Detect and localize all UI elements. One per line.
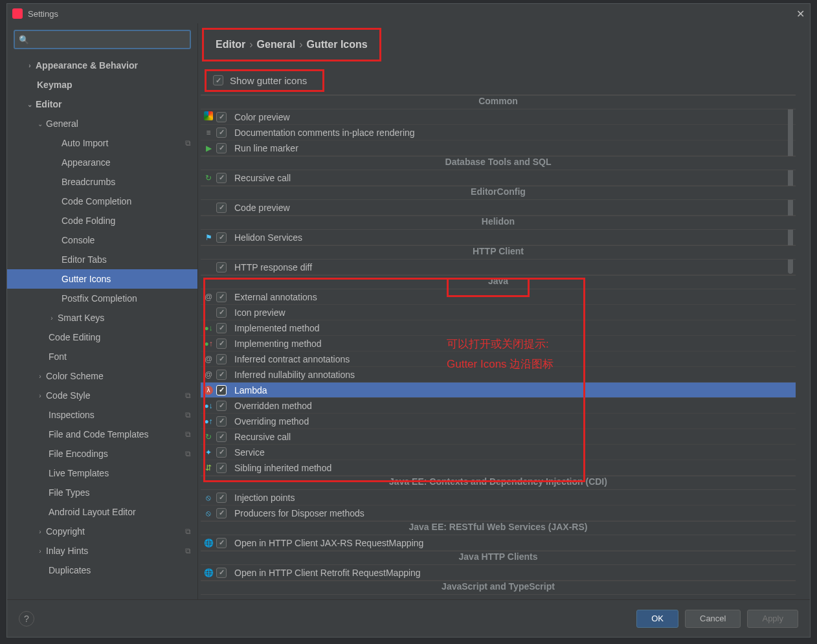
tree-item[interactable]: ⌄Editor [7,94,197,114]
gutter-icon-row[interactable]: ✦Service [201,445,796,460]
gutter-icon-row[interactable]: ⇵Sibling inherited method [201,460,796,476]
tree-item[interactable]: File Types [7,483,197,502]
row-checkbox[interactable] [216,112,227,122]
tree-item[interactable]: Font [7,347,197,366]
gutter-icon-row[interactable]: ●↑Overriding method [201,414,796,429]
row-checkbox[interactable] [216,432,227,442]
cancel-button[interactable]: Cancel [685,610,741,628]
gutter-icon-row[interactable]: ⚑Helidon Services [201,230,796,245]
row-label: Producers for Disposer methods [234,508,364,518]
row-checkbox[interactable] [216,538,227,548]
tree-item-label: Code Folding [62,216,115,226]
row-icon: ▶ [201,144,216,153]
tree-item-label: Gutter Icons [62,274,111,284]
row-checkbox[interactable] [216,203,227,213]
gutter-icon-row[interactable]: λLambda [201,383,796,398]
tree-item[interactable]: Keymap [7,75,197,94]
tree-item[interactable]: ›Copyright⧉ [7,522,197,541]
gutter-icon-row[interactable]: ▶Run line marker [201,140,796,156]
row-checkbox[interactable] [216,143,227,153]
search-input[interactable] [32,35,186,45]
row-checkbox[interactable] [216,370,227,380]
row-checkbox[interactable] [216,401,227,411]
tree-item[interactable]: ⌄General [7,114,197,133]
tree-item[interactable]: File and Code Templates⧉ [7,425,197,444]
tree-item-label: Keymap [37,80,72,90]
tree-item[interactable]: Editor Tabs [7,250,197,269]
tree-item-label: General [46,118,78,129]
tree-item-label: Appearance & Behavior [36,60,138,71]
tree-item[interactable]: File Encodings⧉ [7,444,197,463]
crumb-2: General [257,39,296,50]
tree-item[interactable]: Breadcrumbs [7,172,197,192]
tree-item[interactable]: Auto Import⧉ [7,133,197,153]
row-checkbox[interactable] [216,568,227,578]
tree-item[interactable]: Appearance [7,153,197,172]
apply-button[interactable]: Apply [747,610,798,628]
row-icon: ✦ [201,448,216,457]
settings-tree[interactable]: ›Appearance & BehaviorKeymap⌄Editor⌄Gene… [7,53,197,599]
row-checkbox[interactable] [216,128,227,138]
tree-item-label: Android Layout Editor [49,507,136,517]
row-checkbox[interactable] [216,307,227,318]
tree-item[interactable]: Gutter Icons [7,269,197,289]
row-checkbox[interactable] [216,493,227,503]
gutter-icon-row[interactable]: ⦸Producers for Disposer methods [201,505,796,521]
main-panel: Editor›General›Gutter Icons Show gutter … [198,23,810,599]
row-checkbox[interactable] [216,354,227,364]
gutter-icon-row[interactable]: ⦸Injection points [201,490,796,505]
search-icon: 🔍 [19,35,29,45]
row-checkbox[interactable] [216,447,227,458]
tree-item[interactable]: Console [7,230,197,250]
gutter-icon-row[interactable]: ≡Documentation comments in-place renderi… [201,125,796,140]
tree-item[interactable]: Postfix Completion [7,289,197,308]
search-box[interactable]: 🔍 [14,30,191,49]
tree-item[interactable]: ›Color Scheme [7,366,197,386]
tree-item[interactable]: Code Completion [7,192,197,211]
gutter-icon-row[interactable]: Icon preview [201,305,796,320]
row-checkbox[interactable] [216,323,227,333]
gutter-icon-row[interactable]: @External annotations [201,289,796,305]
row-label: Implementing method [234,339,322,349]
tree-item[interactable]: Live Templates [7,463,197,483]
row-checkbox[interactable] [216,173,227,183]
row-label: Recursive call [234,432,291,442]
gutter-icon-row[interactable]: ↻Recursive call [201,429,796,445]
row-checkbox[interactable] [216,463,227,473]
scheme-icon: ⧉ [185,527,191,536]
tree-item[interactable]: Code Editing [7,328,197,347]
tree-item[interactable]: ›Smart Keys [7,308,197,328]
row-checkbox[interactable] [216,416,227,427]
gutter-icon-row[interactable]: Code preview [201,200,796,216]
gutter-icon-row[interactable]: Color preview [201,109,796,125]
list-wrap: CommonColor preview≡Documentation commen… [201,94,796,595]
gutter-icon-row[interactable]: ↻Recursive call [201,170,796,186]
row-label: Inferred nullability annotations [234,370,355,380]
tree-item[interactable]: Inspections⧉ [7,405,197,425]
row-checkbox[interactable] [216,385,227,395]
gutter-icon-row[interactable]: 🌐Open in HTTP Client JAX-RS RequestMappi… [201,535,796,551]
row-checkbox[interactable] [216,292,227,302]
row-checkbox[interactable] [216,232,227,243]
tree-item[interactable]: ›Inlay Hints⧉ [7,541,197,561]
tree-item[interactable]: Android Layout Editor [7,502,197,522]
gutter-icon-row[interactable]: ●↓Implemented method [201,320,796,336]
ok-button[interactable]: OK [636,610,678,628]
row-checkbox[interactable] [216,508,227,518]
help-icon[interactable]: ? [19,611,34,627]
tree-item[interactable]: ›Code Style⧉ [7,386,197,405]
tree-item-label: Inlay Hints [46,546,88,556]
show-gutter-checkbox[interactable] [213,75,223,85]
tree-item-label: File Types [49,487,90,498]
gutter-icon-row[interactable]: 🌐Open in HTTP Client Retrofit RequestMap… [201,565,796,581]
row-checkbox[interactable] [216,339,227,349]
row-checkbox[interactable] [216,262,227,272]
gutter-icon-row[interactable]: HTTP response diff [201,260,796,275]
gutter-icon-row[interactable]: ●↓Overridden method [201,398,796,414]
tree-item[interactable]: Code Folding [7,211,197,230]
row-label: Implemented method [234,323,320,333]
close-icon[interactable]: ✕ [796,8,805,20]
tree-item[interactable]: Duplicates [7,561,197,580]
tree-item[interactable]: ›Appearance & Behavior [7,56,197,75]
section-header: Common [201,95,796,109]
